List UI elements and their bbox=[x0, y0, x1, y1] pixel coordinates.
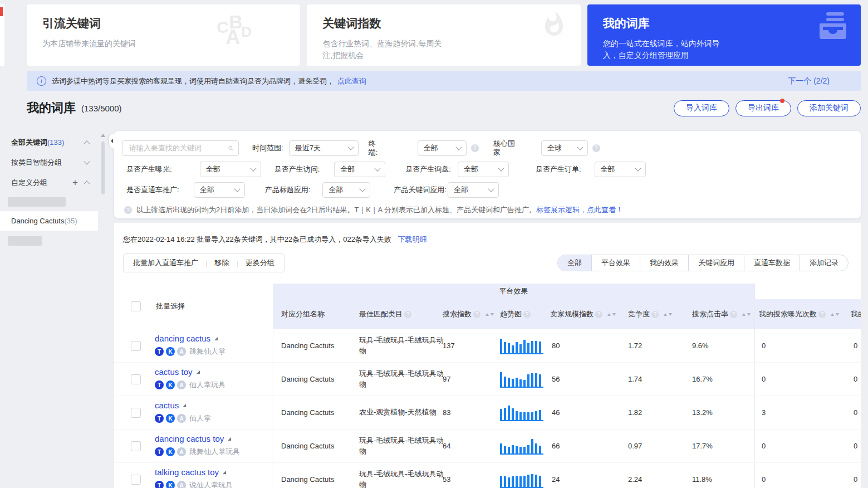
tag-ad-badge: A bbox=[177, 481, 186, 488]
trend-sparkline[interactable] bbox=[500, 371, 543, 388]
import-thesaurus-button[interactable]: 导入词库 bbox=[674, 100, 729, 116]
keyword-link[interactable]: cactus toy bbox=[155, 367, 200, 377]
keyword-count: (133/5000) bbox=[81, 104, 122, 113]
chevron-down-icon bbox=[577, 144, 583, 150]
p4p-select[interactable]: 全部 bbox=[194, 182, 245, 198]
sort-icon[interactable] bbox=[664, 313, 672, 316]
help-icon[interactable]: ? bbox=[818, 311, 826, 318]
expand-icon[interactable] bbox=[228, 437, 231, 441]
page-scrollbar[interactable] bbox=[100, 134, 106, 474]
sidebar-item-all-keywords[interactable]: 全部关键词(133) bbox=[0, 133, 98, 153]
trend-sparkline[interactable] bbox=[500, 338, 543, 354]
card-keyword-index[interactable]: 关键词指数 包含行业热词、蓝海趋势词,每周关注,把握机会 bbox=[307, 4, 580, 66]
time-range-select[interactable]: 最近7天 bbox=[289, 140, 359, 156]
card-subtitle: 您的一站式在线词库，站内外词导入，自定义分组管理应用 bbox=[603, 38, 734, 61]
remove-button[interactable]: 移除 bbox=[214, 258, 229, 268]
table-rows: dancing cactus T K A 跳舞仙人掌 Dancing Cactu… bbox=[114, 329, 861, 488]
collapse-panel-handle[interactable] bbox=[109, 134, 114, 148]
expand-icon[interactable] bbox=[183, 404, 186, 407]
trend-sparkline[interactable] bbox=[500, 471, 543, 488]
expand-icon[interactable] bbox=[197, 370, 200, 374]
core-country-select[interactable]: 全球 bbox=[541, 140, 588, 156]
row-checkbox[interactable] bbox=[131, 475, 141, 485]
redacted-group-item[interactable] bbox=[8, 197, 66, 207]
help-icon[interactable]: ? bbox=[592, 144, 600, 152]
trend-sparkline[interactable] bbox=[500, 404, 543, 421]
col-group-name: 对应分组名称 bbox=[281, 299, 325, 329]
keyword-link[interactable]: cactus bbox=[155, 401, 186, 410]
collapse-arrow-icon bbox=[111, 139, 113, 143]
export-thesaurus-button[interactable]: 导出词库 bbox=[735, 100, 791, 116]
tag-ad-badge: A bbox=[177, 347, 186, 356]
trend-sparkline[interactable] bbox=[500, 438, 543, 455]
group-name: Dancing Cactuts bbox=[11, 217, 64, 225]
search-icon[interactable] bbox=[228, 144, 233, 152]
sort-icon[interactable] bbox=[486, 313, 494, 316]
download-detail-link[interactable]: 下载明细 bbox=[398, 235, 427, 243]
next-pager-link[interactable]: 下一个 (2/2) bbox=[788, 76, 830, 86]
tab-add-record[interactable]: 添加记录 bbox=[800, 255, 848, 271]
tag-ad-badge: A bbox=[177, 447, 186, 456]
row-checkbox[interactable] bbox=[131, 441, 141, 451]
seller-index-cell: 56 bbox=[552, 363, 560, 396]
tip-text: 以上筛选后出现的词均为2日前添加，当日添加词会在2日后出结果。T｜K｜A 分别表… bbox=[136, 205, 536, 215]
tag-keyword-badge: K bbox=[166, 447, 175, 456]
tab-platform-effect[interactable]: 平台效果 bbox=[591, 255, 640, 271]
keyword-link[interactable]: dancing cactus toy bbox=[155, 434, 231, 443]
change-group-button[interactable]: 更换分组 bbox=[246, 258, 274, 268]
terminal-select[interactable]: 全部 bbox=[418, 140, 467, 156]
sort-icon[interactable] bbox=[742, 313, 751, 316]
help-icon[interactable]: ? bbox=[651, 311, 659, 318]
sidebar-item-custom-group[interactable]: 自定义分组 + bbox=[0, 173, 98, 193]
sidebar-item-smart-group[interactable]: 按类目智能分组 bbox=[0, 153, 98, 173]
visit-select[interactable]: 全部 bbox=[334, 162, 385, 177]
scroll-up-arrow-icon[interactable] bbox=[101, 134, 105, 137]
help-icon[interactable]: ? bbox=[730, 311, 737, 318]
tab-my-effect[interactable]: 我的效果 bbox=[640, 255, 688, 271]
tip-link[interactable]: 标签展示逻辑，点此查看！ bbox=[536, 205, 623, 215]
sort-icon[interactable] bbox=[831, 313, 839, 316]
row-checkbox[interactable] bbox=[131, 408, 141, 418]
expand-icon[interactable] bbox=[223, 471, 226, 474]
tab-p4p-data[interactable]: 直通车数据 bbox=[744, 255, 800, 271]
my-impressions-cell: 0 bbox=[762, 363, 766, 396]
col-best-category: 最佳匹配类目? bbox=[359, 299, 411, 329]
scrollbar-thumb[interactable] bbox=[101, 141, 105, 194]
expand-icon[interactable] bbox=[214, 337, 218, 340]
help-icon[interactable]: ? bbox=[595, 311, 602, 318]
top-cards: 引流关键词 为本店铺带来流量的关键词 CBAD 关键词指数 包含行业热词、蓝海趋… bbox=[27, 4, 861, 66]
chevron-down-icon bbox=[498, 165, 504, 172]
select-all-checkbox[interactable] bbox=[131, 301, 141, 311]
group-name-cell: Dancing Cactuts bbox=[281, 363, 334, 396]
add-group-icon[interactable]: + bbox=[72, 180, 78, 186]
row-checkbox[interactable] bbox=[131, 374, 141, 384]
tab-keyword-apply[interactable]: 关键词应用 bbox=[688, 255, 744, 271]
card-my-thesaurus[interactable]: 我的词库 您的一站式在线词库，站内外词导入，自定义分组管理应用 bbox=[587, 4, 861, 66]
keyword-apply-select[interactable]: 全部 bbox=[448, 182, 499, 198]
sidebar-item-dancing-cactuts[interactable]: Dancing Cactuts(35) bbox=[0, 211, 98, 231]
batch-select-header: 批量选择 bbox=[114, 284, 273, 329]
help-icon[interactable]: ? bbox=[523, 311, 531, 318]
help-icon[interactable]: ? bbox=[404, 311, 411, 318]
help-icon[interactable]: ? bbox=[471, 144, 479, 152]
inquiry-select[interactable]: 全部 bbox=[458, 162, 509, 177]
sort-icon[interactable] bbox=[607, 313, 616, 316]
tab-all[interactable]: 全部 bbox=[558, 255, 591, 271]
card-traffic-keywords[interactable]: 引流关键词 为本店铺带来流量的关键词 CBAD bbox=[27, 4, 300, 66]
redacted-group-item[interactable] bbox=[8, 236, 42, 246]
exposure-select[interactable]: 全部 bbox=[200, 162, 261, 177]
notice-check-link[interactable]: 点此查询 bbox=[337, 76, 366, 86]
help-icon[interactable]: ? bbox=[473, 311, 480, 318]
keyword-link[interactable]: talking cactus toy bbox=[155, 467, 226, 477]
title-apply-select[interactable]: 全部 bbox=[322, 182, 370, 198]
keyword-library-page: 引流关键词 为本店铺带来流量的关键词 CBAD 关键词指数 包含行业热词、蓝海趋… bbox=[0, 0, 868, 488]
row-checkbox[interactable] bbox=[131, 341, 141, 351]
search-input[interactable] bbox=[128, 143, 228, 153]
keyword-link[interactable]: dancing cactus bbox=[155, 334, 218, 343]
import-status-text: 您在2022-02-14 16:22 批量导入22条关键词，其中22条已成功导入… bbox=[123, 235, 391, 243]
keyword-search-box[interactable] bbox=[122, 140, 239, 156]
group-name-cell: Dancing Cactuts bbox=[281, 329, 334, 362]
add-keyword-button[interactable]: 添加关键词 bbox=[797, 100, 861, 116]
batch-p4p-button[interactable]: 批量加入直通车推广 bbox=[133, 258, 198, 268]
order-select[interactable]: 全部 bbox=[595, 162, 646, 177]
